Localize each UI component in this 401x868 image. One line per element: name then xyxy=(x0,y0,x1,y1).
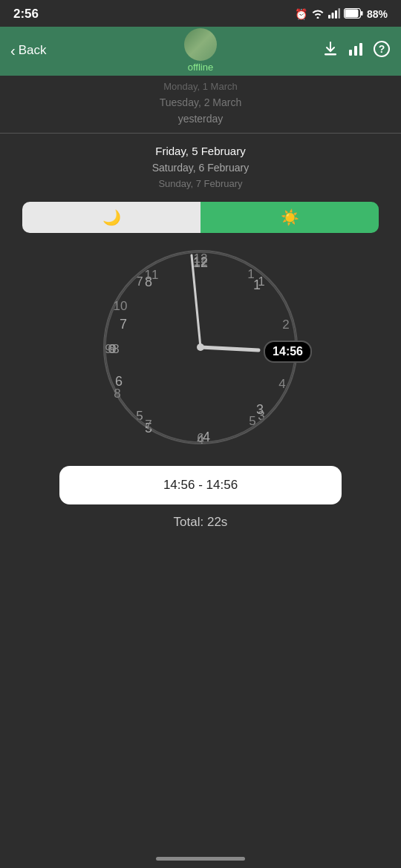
battery-percent: 88% xyxy=(367,8,388,20)
home-indicator xyxy=(156,857,245,861)
back-label: Back xyxy=(19,43,47,58)
svg-rect-8 xyxy=(349,50,352,56)
svg-line-47 xyxy=(192,255,200,347)
date-item: Tuesday, 2 March xyxy=(0,94,401,111)
svg-text:10: 10 xyxy=(114,299,128,313)
back-chevron-icon: ‹ xyxy=(10,42,16,59)
date-item: Monday, 1 March xyxy=(0,79,401,94)
svg-rect-2 xyxy=(335,10,337,19)
total-label: Total: 22s xyxy=(0,515,401,530)
alarm-icon: ⏰ xyxy=(295,8,307,20)
wifi-icon xyxy=(311,8,325,21)
time-range-button[interactable]: 14:56 - 14:56 xyxy=(59,466,342,504)
svg-text:?: ? xyxy=(379,43,385,55)
avatar xyxy=(184,28,217,61)
svg-text:9: 9 xyxy=(105,342,111,356)
svg-text:12: 12 xyxy=(194,251,208,266)
svg-rect-3 xyxy=(338,8,340,19)
svg-text:4: 4 xyxy=(278,377,285,391)
date-list: Monday, 1 March Tuesday, 2 March yesterd… xyxy=(0,76,401,127)
status-icons: ⏰ 88% xyxy=(295,8,388,21)
svg-rect-9 xyxy=(354,46,357,56)
help-icon[interactable]: ? xyxy=(373,40,391,62)
active-date-list: Friday, 5 February Saturday, 6 February … xyxy=(0,139,401,191)
battery-icon xyxy=(344,8,363,21)
status-time: 2:56 xyxy=(13,7,39,22)
header: ‹ Back offline ? xyxy=(0,27,401,76)
svg-line-46 xyxy=(200,347,258,350)
back-button[interactable]: ‹ Back xyxy=(10,42,46,59)
svg-rect-1 xyxy=(331,13,333,19)
night-mode-button[interactable]: 🌙 xyxy=(22,202,200,233)
svg-rect-6 xyxy=(345,9,358,17)
svg-text:5: 5 xyxy=(249,414,255,428)
svg-rect-0 xyxy=(328,15,330,19)
offline-badge: offline xyxy=(188,62,213,73)
day-mode-button[interactable]: ☀️ xyxy=(200,202,379,233)
active-date: Friday, 5 February xyxy=(0,142,401,160)
svg-text:1: 1 xyxy=(247,267,254,281)
clock-container: 12 1 2 3 4 5 6 7 8 12 1 2 3 4 5 6 7 8 9 xyxy=(0,243,401,451)
svg-text:6: 6 xyxy=(197,431,203,445)
date-small: Sunday, 7 February xyxy=(0,176,401,191)
header-center: offline xyxy=(184,28,217,73)
svg-point-48 xyxy=(197,343,204,351)
status-bar: 2:56 ⏰ 88% xyxy=(0,0,401,27)
signal-icon xyxy=(328,8,340,21)
header-actions: ? xyxy=(322,40,391,62)
clock-time-badge: 14:56 xyxy=(264,341,312,363)
clock-face: 12 1 2 3 4 5 6 7 8 12 1 2 3 4 5 6 7 8 9 xyxy=(97,243,304,451)
download-icon[interactable] xyxy=(322,41,339,61)
svg-rect-7 xyxy=(325,53,336,56)
chart-icon[interactable] xyxy=(348,41,364,61)
svg-rect-5 xyxy=(361,11,363,16)
sun-icon: ☀️ xyxy=(281,208,299,226)
moon-icon: 🌙 xyxy=(102,208,121,226)
mode-toggle: 🌙 ☀️ xyxy=(22,202,379,233)
svg-rect-10 xyxy=(359,43,362,56)
date-below-active: Saturday, 6 February xyxy=(0,160,401,176)
svg-text:11: 11 xyxy=(145,268,159,282)
svg-text:7: 7 xyxy=(145,418,151,432)
date-item: yesterday xyxy=(0,111,401,127)
divider xyxy=(0,133,401,134)
svg-text:8: 8 xyxy=(114,387,120,401)
svg-text:2: 2 xyxy=(282,318,289,332)
